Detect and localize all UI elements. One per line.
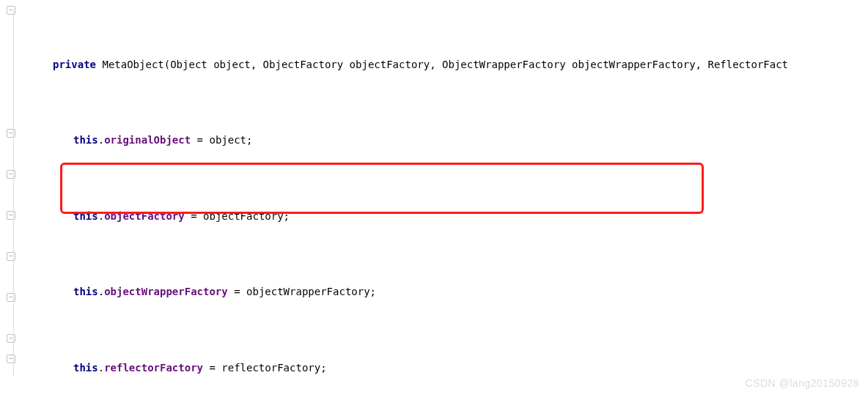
- code-line[interactable]: this.objectFactory = objectFactory;: [22, 207, 868, 228]
- code-content[interactable]: private MetaObject(Object object, Object…: [22, 0, 868, 397]
- fold-icon[interactable]: −: [7, 170, 15, 179]
- code-line[interactable]: private MetaObject(Object object, Object…: [22, 56, 868, 76]
- fold-icon[interactable]: −: [7, 252, 15, 261]
- fold-icon[interactable]: −: [7, 129, 15, 138]
- code-line[interactable]: this.originalObject = object;: [22, 131, 868, 152]
- fold-icon[interactable]: −: [7, 211, 15, 220]
- fold-icon[interactable]: −: [7, 334, 15, 343]
- annotation-box: [60, 163, 704, 214]
- fold-icon[interactable]: −: [7, 6, 15, 15]
- code-line[interactable]: this.reflectorFactory = reflectorFactory…: [22, 359, 868, 379]
- fold-icon[interactable]: −: [7, 355, 15, 363]
- code-editor[interactable]: − − − − − − − − private MetaObject(Objec…: [0, 0, 868, 397]
- gutter: − − − − − − − −: [0, 0, 22, 397]
- fold-icon[interactable]: −: [7, 293, 15, 302]
- code-line[interactable]: this.objectWrapperFactory = objectWrappe…: [22, 283, 868, 303]
